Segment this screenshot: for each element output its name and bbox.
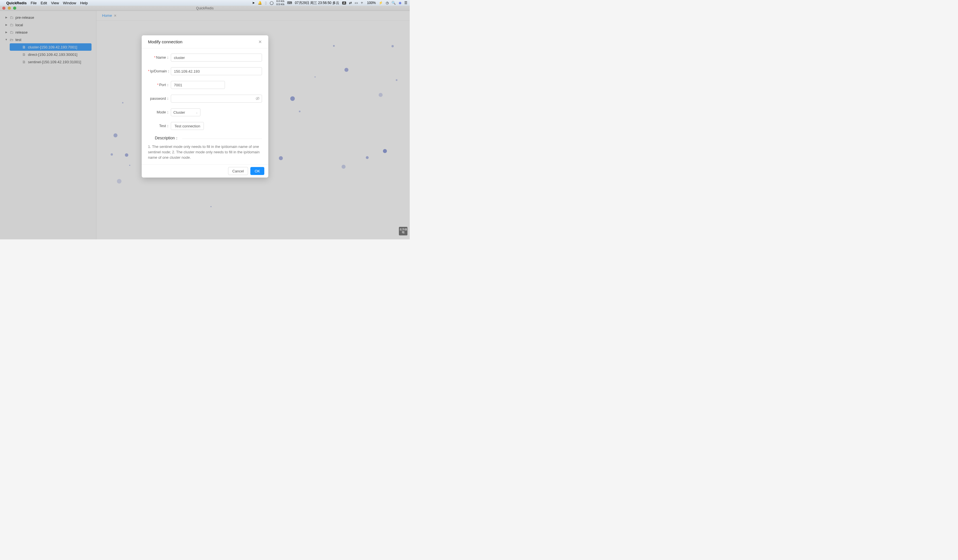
tree-leaf-sentinel[interactable]: 🗎 sentinel-[150.109.42.193:31001] — [14, 58, 92, 66]
tree-label: pre-release — [15, 16, 34, 20]
folder-icon: 🗀 — [10, 23, 14, 27]
window-title: QuickRedis — [196, 6, 214, 10]
menubar-app-name[interactable]: QuickRedis — [6, 1, 27, 5]
folder-icon: 🗀 — [10, 30, 14, 35]
tab-label: Home — [102, 13, 112, 18]
tab-home[interactable]: Home ✕ — [100, 13, 118, 18]
caret-icon: ▶ — [5, 16, 8, 19]
upgrade-badge[interactable]: 去升级啦 — [399, 227, 408, 236]
tree-leaf-label: direct-[150.109.42.193:30001] — [28, 52, 77, 57]
tree-label: release — [15, 30, 28, 35]
password-input[interactable] — [171, 95, 262, 103]
bluetooth-icon[interactable]: ⇄ — [349, 1, 352, 5]
folder-open-icon: 🗁 — [10, 38, 14, 42]
menu-window[interactable]: Window — [63, 1, 76, 5]
tree-node-local[interactable]: ▶ 🗀 local — [5, 21, 92, 28]
window-chrome: QuickRedis — [0, 6, 410, 11]
bell-icon[interactable]: 🔔 — [258, 1, 262, 5]
battery-tray-icon[interactable]: ▭ — [355, 1, 358, 5]
control-center-icon[interactable]: ☰ — [404, 1, 408, 5]
net-speed: 0.0 K/s 0.5 K/s — [276, 0, 284, 6]
port-input[interactable] — [171, 81, 225, 89]
traffic-close[interactable] — [2, 6, 5, 10]
folder-icon: 🗀 — [10, 16, 14, 20]
menu-file[interactable]: File — [31, 1, 37, 5]
test-connection-button[interactable]: Test connection — [171, 122, 204, 130]
modify-connection-modal: Modify connection ✕ *Name： *Ip/Domain： *… — [142, 35, 268, 177]
ok-button[interactable]: OK — [250, 167, 264, 175]
tree-label: test — [15, 38, 21, 42]
keyboard-icon[interactable]: ⌨ — [287, 1, 292, 5]
traffic-lights — [2, 6, 16, 10]
traffic-maximize[interactable] — [13, 6, 16, 10]
tree-leaf-label: sentinel-[150.109.42.193:31001] — [28, 60, 81, 64]
tree-label: local — [15, 23, 23, 27]
mode-label: Mode： — [148, 110, 171, 115]
net-down: 0.5 K/s — [276, 3, 284, 6]
modal-close-icon[interactable]: ✕ — [259, 40, 262, 44]
tree-node-test[interactable]: ▼ 🗁 test — [5, 36, 92, 43]
tree-node-pre-release[interactable]: ▶ 🗀 pre-release — [5, 14, 92, 21]
input-source-badge[interactable]: A — [342, 2, 346, 5]
password-label: password： — [148, 96, 171, 101]
ip-input[interactable] — [171, 67, 262, 75]
battery-percent: 100% — [367, 1, 376, 5]
tray-icon-2[interactable]: ◯ — [270, 1, 273, 5]
modal-title: Modify connection — [148, 40, 182, 44]
tree-node-release[interactable]: ▶ 🗀 release — [5, 28, 92, 36]
chevron-down-icon: ⌄ — [195, 111, 198, 114]
traffic-minimize[interactable] — [8, 6, 11, 10]
clock-icon[interactable]: ◷ — [386, 1, 389, 5]
siri-icon[interactable]: ◉ — [398, 1, 401, 5]
search-icon[interactable]: 🔍 — [392, 1, 396, 5]
menu-help[interactable]: Help — [80, 1, 88, 5]
ip-label: *Ip/Domain： — [148, 69, 171, 74]
file-icon: 🗎 — [22, 60, 26, 64]
menu-view[interactable]: View — [51, 1, 59, 5]
menu-edit[interactable]: Edit — [40, 1, 47, 5]
charging-icon: ⚡ — [379, 1, 383, 5]
connection-tree: ▶ 🗀 pre-release ▶ 🗀 local ▶ 🗀 release ▼ … — [0, 14, 96, 66]
wifi-icon[interactable]: ᯤ — [361, 1, 364, 5]
test-label: Test： — [148, 123, 171, 128]
tree-leaf-cluster[interactable]: 🗎 cluster-[150.109.42.193:7001] — [10, 43, 92, 51]
file-icon: 🗎 — [22, 45, 26, 49]
tab-close-icon[interactable]: ✕ — [114, 14, 117, 18]
description-text: 1. The sentinel mode only needs to fill … — [148, 144, 262, 163]
date-time[interactable]: 07月29日 周三 23:56:50 多云 — [295, 1, 339, 5]
net-up: 0.0 K/s — [276, 0, 284, 3]
eye-slash-icon[interactable] — [255, 96, 260, 101]
caret-icon: ▶ — [5, 31, 8, 34]
tree-leaf-label: cluster-[150.109.42.193:7001] — [28, 45, 77, 49]
sidebar: ▶ 🗀 pre-release ▶ 🗀 local ▶ 🗀 release ▼ … — [0, 11, 97, 239]
mode-value: Cluster — [173, 110, 185, 115]
file-icon: 🗎 — [22, 52, 26, 57]
port-label: *Port： — [148, 82, 171, 87]
name-label: *Name： — [148, 55, 171, 60]
mode-select[interactable]: Cluster ⌄ — [171, 108, 200, 116]
battery-icon-small[interactable]: ▯ — [265, 1, 267, 5]
tabs-bar: Home ✕ — [97, 11, 410, 21]
tree-leaf-direct[interactable]: 🗎 direct-[150.109.42.193:30001] — [14, 51, 92, 58]
name-input[interactable] — [171, 54, 262, 62]
caret-icon: ▶ — [5, 24, 8, 26]
cancel-button[interactable]: Cancel — [228, 167, 248, 175]
tray-icon-1[interactable]: ➤ — [252, 1, 255, 5]
description-heading: Description： — [155, 136, 262, 141]
caret-down-icon: ▼ — [5, 38, 8, 41]
mac-menubar: QuickRedis File Edit View Window Help ➤ … — [0, 0, 410, 6]
